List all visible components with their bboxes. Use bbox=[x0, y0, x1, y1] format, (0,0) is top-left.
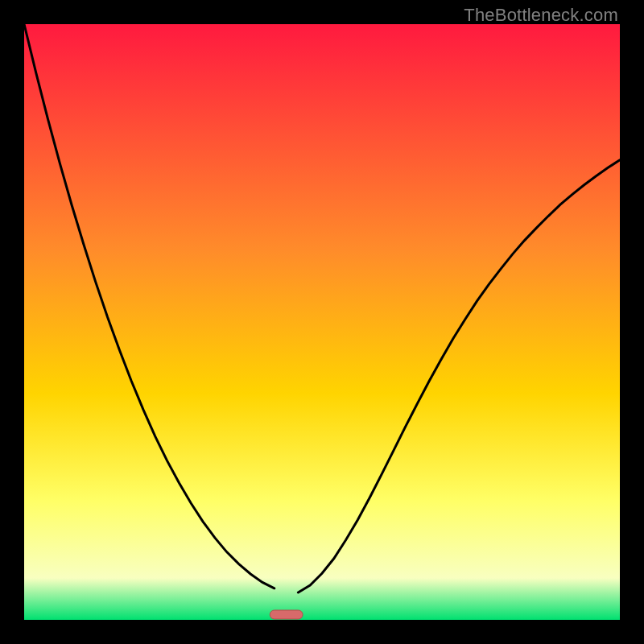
chart-frame bbox=[24, 24, 620, 620]
watermark-text: TheBottleneck.com bbox=[464, 5, 618, 26]
bottleneck-chart bbox=[24, 24, 620, 620]
minimum-marker bbox=[270, 610, 303, 619]
gradient-bg bbox=[24, 24, 620, 620]
